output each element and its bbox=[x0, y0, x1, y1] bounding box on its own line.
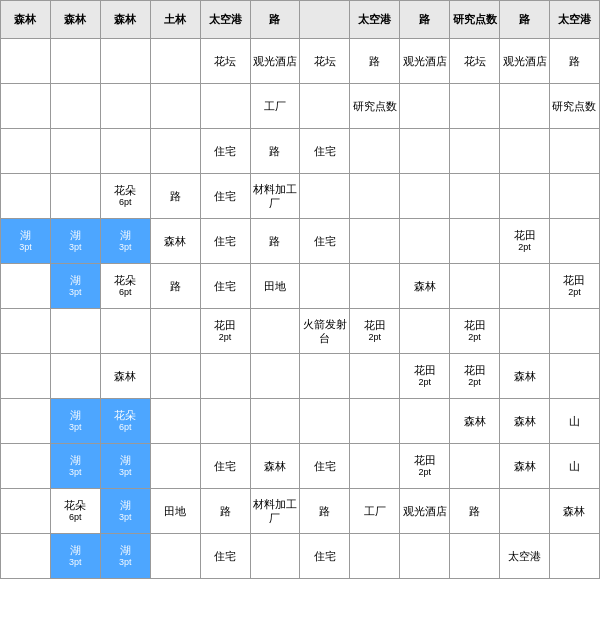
cell-3-5: 材料加工厂 bbox=[250, 174, 300, 219]
cell-10-4: 路 bbox=[200, 489, 250, 534]
cell-2-5: 路 bbox=[250, 129, 300, 174]
cell-0-0 bbox=[1, 39, 51, 84]
header-cell-9: 研究点数 bbox=[450, 1, 500, 39]
cell-8-5 bbox=[250, 399, 300, 444]
cell-7-7 bbox=[350, 354, 400, 399]
cell-7-8: 花田2pt bbox=[400, 354, 450, 399]
cell-7-9: 花田2pt bbox=[450, 354, 500, 399]
cell-7-11 bbox=[549, 354, 599, 399]
cell-2-0 bbox=[1, 129, 51, 174]
cell-0-7: 路 bbox=[350, 39, 400, 84]
cell-2-4: 住宅 bbox=[200, 129, 250, 174]
cell-6-0 bbox=[1, 309, 51, 354]
cell-5-10 bbox=[500, 264, 550, 309]
cell-2-9 bbox=[450, 129, 500, 174]
cell-6-10 bbox=[500, 309, 550, 354]
cell-7-6 bbox=[300, 354, 350, 399]
header-cell-2: 森林 bbox=[100, 1, 150, 39]
main-grid: 森林森林森林土林太空港路太空港路研究点数路太空港 花坛观光酒店花坛路观光酒店花坛… bbox=[0, 0, 600, 579]
cell-1-8 bbox=[400, 84, 450, 129]
cell-7-3 bbox=[150, 354, 200, 399]
table-row: 花朵6pt路住宅材料加工厂 bbox=[1, 174, 600, 219]
cell-3-3: 路 bbox=[150, 174, 200, 219]
cell-3-0 bbox=[1, 174, 51, 219]
cell-6-7: 花田2pt bbox=[350, 309, 400, 354]
header-cell-1: 森林 bbox=[50, 1, 100, 39]
cell-4-1: 湖3pt bbox=[50, 219, 100, 264]
cell-1-2 bbox=[100, 84, 150, 129]
cell-2-1 bbox=[50, 129, 100, 174]
table-row: 湖3pt湖3pt住宅森林住宅花田2pt森林山 bbox=[1, 444, 600, 489]
cell-7-0 bbox=[1, 354, 51, 399]
table-row: 湖3pt湖3pt湖3pt森林住宅路住宅花田2pt bbox=[1, 219, 600, 264]
cell-3-7 bbox=[350, 174, 400, 219]
cell-10-6: 路 bbox=[300, 489, 350, 534]
cell-2-2 bbox=[100, 129, 150, 174]
cell-7-1 bbox=[50, 354, 100, 399]
cell-4-5: 路 bbox=[250, 219, 300, 264]
cell-11-0 bbox=[1, 534, 51, 579]
cell-11-4: 住宅 bbox=[200, 534, 250, 579]
cell-1-11: 研究点数 bbox=[549, 84, 599, 129]
cell-4-9 bbox=[450, 219, 500, 264]
header-cell-10: 路 bbox=[500, 1, 550, 39]
cell-8-7 bbox=[350, 399, 400, 444]
cell-8-11: 山 bbox=[549, 399, 599, 444]
cell-8-1: 湖3pt bbox=[50, 399, 100, 444]
cell-4-6: 住宅 bbox=[300, 219, 350, 264]
cell-8-0 bbox=[1, 399, 51, 444]
cell-0-1 bbox=[50, 39, 100, 84]
cell-6-5 bbox=[250, 309, 300, 354]
cell-1-6 bbox=[300, 84, 350, 129]
cell-3-1 bbox=[50, 174, 100, 219]
cell-9-5: 森林 bbox=[250, 444, 300, 489]
cell-8-2: 花朵6pt bbox=[100, 399, 150, 444]
cell-1-4 bbox=[200, 84, 250, 129]
table-row: 工厂研究点数研究点数 bbox=[1, 84, 600, 129]
cell-10-5: 材料加工厂 bbox=[250, 489, 300, 534]
header-cell-4: 太空港 bbox=[200, 1, 250, 39]
cell-11-5 bbox=[250, 534, 300, 579]
table-row: 湖3pt花朵6pt路住宅田地森林花田2pt bbox=[1, 264, 600, 309]
cell-5-3: 路 bbox=[150, 264, 200, 309]
cell-8-6 bbox=[300, 399, 350, 444]
cell-3-9 bbox=[450, 174, 500, 219]
cell-11-9 bbox=[450, 534, 500, 579]
table-row: 花坛观光酒店花坛路观光酒店花坛观光酒店路 bbox=[1, 39, 600, 84]
cell-2-7 bbox=[350, 129, 400, 174]
cell-10-2: 湖3pt bbox=[100, 489, 150, 534]
cell-11-1: 湖3pt bbox=[50, 534, 100, 579]
cell-5-0 bbox=[1, 264, 51, 309]
cell-11-3 bbox=[150, 534, 200, 579]
cell-2-8 bbox=[400, 129, 450, 174]
cell-5-5: 田地 bbox=[250, 264, 300, 309]
header-cell-11: 太空港 bbox=[549, 1, 599, 39]
cell-10-10 bbox=[500, 489, 550, 534]
cell-7-2: 森林 bbox=[100, 354, 150, 399]
table-row: 花朵6pt湖3pt田地路材料加工厂路工厂观光酒店路森林 bbox=[1, 489, 600, 534]
cell-4-11 bbox=[549, 219, 599, 264]
cell-8-10: 森林 bbox=[500, 399, 550, 444]
cell-3-8 bbox=[400, 174, 450, 219]
cell-9-3 bbox=[150, 444, 200, 489]
cell-4-7 bbox=[350, 219, 400, 264]
cell-5-11: 花田2pt bbox=[549, 264, 599, 309]
cell-0-6: 花坛 bbox=[300, 39, 350, 84]
cell-11-8 bbox=[400, 534, 450, 579]
cell-5-1: 湖3pt bbox=[50, 264, 100, 309]
cell-5-6 bbox=[300, 264, 350, 309]
cell-10-7: 工厂 bbox=[350, 489, 400, 534]
cell-0-4: 花坛 bbox=[200, 39, 250, 84]
cell-6-4: 花田2pt bbox=[200, 309, 250, 354]
cell-0-5: 观光酒店 bbox=[250, 39, 300, 84]
cell-4-8 bbox=[400, 219, 450, 264]
cell-0-9: 花坛 bbox=[450, 39, 500, 84]
cell-9-11: 山 bbox=[549, 444, 599, 489]
cell-0-3 bbox=[150, 39, 200, 84]
cell-1-3 bbox=[150, 84, 200, 129]
table-row: 住宅路住宅 bbox=[1, 129, 600, 174]
cell-1-1 bbox=[50, 84, 100, 129]
cell-9-4: 住宅 bbox=[200, 444, 250, 489]
cell-4-4: 住宅 bbox=[200, 219, 250, 264]
cell-9-6: 住宅 bbox=[300, 444, 350, 489]
